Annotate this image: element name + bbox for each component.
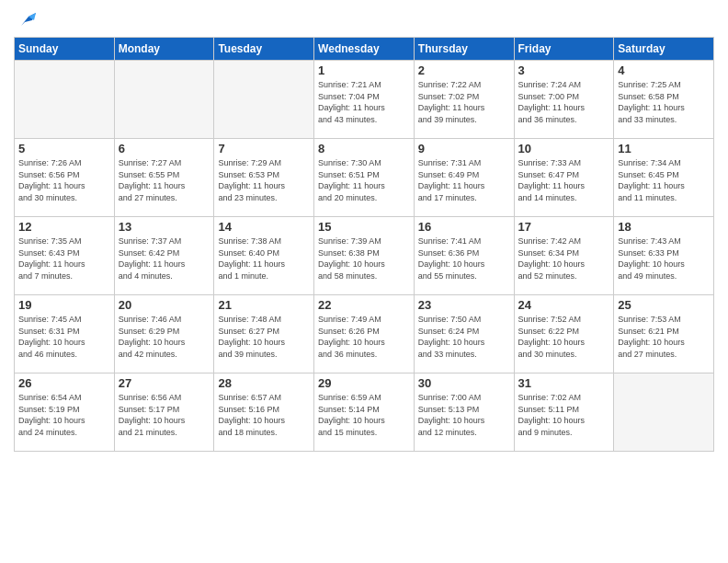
calendar-cell: 16Sunrise: 7:41 AM Sunset: 6:36 PM Dayli… bbox=[414, 217, 514, 295]
day-info: Sunrise: 7:41 AM Sunset: 6:36 PM Dayligh… bbox=[418, 236, 510, 282]
calendar-cell bbox=[214, 61, 314, 139]
day-info: Sunrise: 7:38 AM Sunset: 6:40 PM Dayligh… bbox=[218, 236, 310, 282]
calendar-cell bbox=[114, 61, 214, 139]
day-number: 15 bbox=[318, 220, 410, 234]
calendar-cell: 20Sunrise: 7:46 AM Sunset: 6:29 PM Dayli… bbox=[114, 295, 214, 373]
calendar-cell: 1Sunrise: 7:21 AM Sunset: 7:04 PM Daylig… bbox=[314, 61, 415, 139]
calendar-cell: 29Sunrise: 6:59 AM Sunset: 5:14 PM Dayli… bbox=[314, 373, 415, 452]
weekday-header-tuesday: Tuesday bbox=[214, 38, 314, 61]
day-number: 9 bbox=[418, 142, 510, 155]
weekday-header-row: SundayMondayTuesdayWednesdayThursdayFrid… bbox=[15, 38, 714, 61]
calendar-cell: 27Sunrise: 6:56 AM Sunset: 5:17 PM Dayli… bbox=[114, 373, 214, 452]
calendar-cell: 3Sunrise: 7:24 AM Sunset: 7:00 PM Daylig… bbox=[514, 61, 614, 139]
day-info: Sunrise: 6:57 AM Sunset: 5:16 PM Dayligh… bbox=[218, 392, 310, 438]
header bbox=[14, 9, 714, 29]
day-number: 2 bbox=[418, 63, 510, 77]
day-number: 17 bbox=[518, 220, 610, 234]
week-row-1: 5Sunrise: 7:26 AM Sunset: 6:56 PM Daylig… bbox=[15, 139, 714, 217]
calendar-cell: 4Sunrise: 7:25 AM Sunset: 6:58 PM Daylig… bbox=[614, 61, 714, 139]
day-number: 29 bbox=[318, 376, 410, 390]
day-number: 27 bbox=[119, 376, 210, 390]
calendar-cell: 11Sunrise: 7:34 AM Sunset: 6:45 PM Dayli… bbox=[614, 139, 714, 217]
day-info: Sunrise: 7:43 AM Sunset: 6:33 PM Dayligh… bbox=[618, 236, 710, 282]
day-info: Sunrise: 6:59 AM Sunset: 5:14 PM Dayligh… bbox=[318, 392, 410, 438]
day-number: 25 bbox=[618, 298, 710, 312]
day-info: Sunrise: 7:35 AM Sunset: 6:43 PM Dayligh… bbox=[18, 236, 110, 282]
day-number: 30 bbox=[418, 376, 510, 390]
calendar-cell: 2Sunrise: 7:22 AM Sunset: 7:02 PM Daylig… bbox=[414, 61, 514, 139]
day-number: 21 bbox=[218, 298, 310, 312]
day-info: Sunrise: 7:00 AM Sunset: 5:13 PM Dayligh… bbox=[418, 392, 510, 438]
calendar-cell: 22Sunrise: 7:49 AM Sunset: 6:26 PM Dayli… bbox=[314, 295, 415, 373]
day-info: Sunrise: 7:49 AM Sunset: 6:26 PM Dayligh… bbox=[318, 314, 410, 360]
day-info: Sunrise: 7:30 AM Sunset: 6:51 PM Dayligh… bbox=[318, 157, 410, 203]
day-info: Sunrise: 7:52 AM Sunset: 6:22 PM Dayligh… bbox=[518, 314, 610, 360]
weekday-header-wednesday: Wednesday bbox=[314, 38, 415, 61]
day-number: 18 bbox=[618, 220, 710, 234]
day-info: Sunrise: 7:37 AM Sunset: 6:42 PM Dayligh… bbox=[119, 236, 210, 282]
day-number: 16 bbox=[418, 220, 510, 234]
calendar-cell: 12Sunrise: 7:35 AM Sunset: 6:43 PM Dayli… bbox=[15, 217, 115, 295]
day-info: Sunrise: 7:02 AM Sunset: 5:11 PM Dayligh… bbox=[518, 392, 610, 438]
day-info: Sunrise: 7:33 AM Sunset: 6:47 PM Dayligh… bbox=[518, 157, 610, 203]
calendar-cell: 5Sunrise: 7:26 AM Sunset: 6:56 PM Daylig… bbox=[15, 139, 115, 217]
calendar-cell: 31Sunrise: 7:02 AM Sunset: 5:11 PM Dayli… bbox=[514, 373, 614, 452]
day-number: 4 bbox=[618, 63, 710, 77]
day-number: 12 bbox=[18, 220, 110, 234]
week-row-0: 1Sunrise: 7:21 AM Sunset: 7:04 PM Daylig… bbox=[15, 61, 714, 139]
day-info: Sunrise: 7:34 AM Sunset: 6:45 PM Dayligh… bbox=[618, 157, 710, 203]
day-info: Sunrise: 6:54 AM Sunset: 5:19 PM Dayligh… bbox=[18, 392, 110, 438]
calendar-cell: 25Sunrise: 7:53 AM Sunset: 6:21 PM Dayli… bbox=[614, 295, 714, 373]
calendar-cell bbox=[15, 61, 115, 139]
calendar-cell: 17Sunrise: 7:42 AM Sunset: 6:34 PM Dayli… bbox=[514, 217, 614, 295]
logo-text bbox=[14, 13, 36, 29]
day-number: 13 bbox=[119, 220, 210, 234]
day-info: Sunrise: 7:53 AM Sunset: 6:21 PM Dayligh… bbox=[618, 314, 710, 360]
week-row-4: 26Sunrise: 6:54 AM Sunset: 5:19 PM Dayli… bbox=[15, 373, 714, 452]
calendar-cell: 13Sunrise: 7:37 AM Sunset: 6:42 PM Dayli… bbox=[114, 217, 214, 295]
calendar-cell: 21Sunrise: 7:48 AM Sunset: 6:27 PM Dayli… bbox=[214, 295, 314, 373]
day-number: 22 bbox=[318, 298, 410, 312]
week-row-2: 12Sunrise: 7:35 AM Sunset: 6:43 PM Dayli… bbox=[15, 217, 714, 295]
day-number: 7 bbox=[218, 142, 310, 155]
day-number: 19 bbox=[18, 298, 110, 312]
calendar-cell: 10Sunrise: 7:33 AM Sunset: 6:47 PM Dayli… bbox=[514, 139, 614, 217]
calendar-cell: 28Sunrise: 6:57 AM Sunset: 5:16 PM Dayli… bbox=[214, 373, 314, 452]
day-number: 11 bbox=[618, 142, 710, 155]
calendar-cell: 18Sunrise: 7:43 AM Sunset: 6:33 PM Dayli… bbox=[614, 217, 714, 295]
day-info: Sunrise: 7:48 AM Sunset: 6:27 PM Dayligh… bbox=[218, 314, 310, 360]
day-info: Sunrise: 7:25 AM Sunset: 6:58 PM Dayligh… bbox=[618, 79, 710, 125]
day-info: Sunrise: 7:42 AM Sunset: 6:34 PM Dayligh… bbox=[518, 236, 610, 282]
day-info: Sunrise: 7:27 AM Sunset: 6:55 PM Dayligh… bbox=[119, 157, 210, 203]
calendar-cell: 7Sunrise: 7:29 AM Sunset: 6:53 PM Daylig… bbox=[214, 139, 314, 217]
day-number: 6 bbox=[119, 142, 210, 155]
day-number: 31 bbox=[518, 376, 610, 390]
weekday-header-friday: Friday bbox=[514, 38, 614, 61]
day-number: 14 bbox=[218, 220, 310, 234]
week-row-3: 19Sunrise: 7:45 AM Sunset: 6:31 PM Dayli… bbox=[15, 295, 714, 373]
day-number: 28 bbox=[218, 376, 310, 390]
weekday-header-thursday: Thursday bbox=[414, 38, 514, 61]
day-number: 10 bbox=[518, 142, 610, 155]
calendar-cell: 24Sunrise: 7:52 AM Sunset: 6:22 PM Dayli… bbox=[514, 295, 614, 373]
day-number: 8 bbox=[318, 142, 410, 155]
calendar-cell: 26Sunrise: 6:54 AM Sunset: 5:19 PM Dayli… bbox=[15, 373, 115, 452]
day-number: 1 bbox=[318, 63, 410, 77]
day-info: Sunrise: 7:46 AM Sunset: 6:29 PM Dayligh… bbox=[119, 314, 210, 360]
page-container: SundayMondayTuesdayWednesdayThursdayFrid… bbox=[0, 0, 728, 563]
calendar-cell: 23Sunrise: 7:50 AM Sunset: 6:24 PM Dayli… bbox=[414, 295, 514, 373]
calendar-cell bbox=[614, 373, 714, 452]
calendar-cell: 19Sunrise: 7:45 AM Sunset: 6:31 PM Dayli… bbox=[15, 295, 115, 373]
calendar-cell: 6Sunrise: 7:27 AM Sunset: 6:55 PM Daylig… bbox=[114, 139, 214, 217]
day-number: 26 bbox=[18, 376, 110, 390]
weekday-header-monday: Monday bbox=[114, 38, 214, 61]
logo-bird-icon bbox=[16, 9, 36, 29]
day-info: Sunrise: 7:31 AM Sunset: 6:49 PM Dayligh… bbox=[418, 157, 510, 203]
day-info: Sunrise: 7:22 AM Sunset: 7:02 PM Dayligh… bbox=[418, 79, 510, 125]
calendar-cell: 14Sunrise: 7:38 AM Sunset: 6:40 PM Dayli… bbox=[214, 217, 314, 295]
day-info: Sunrise: 7:21 AM Sunset: 7:04 PM Dayligh… bbox=[318, 79, 410, 125]
day-number: 3 bbox=[518, 63, 610, 77]
day-number: 5 bbox=[18, 142, 110, 155]
logo bbox=[14, 13, 36, 29]
day-info: Sunrise: 7:50 AM Sunset: 6:24 PM Dayligh… bbox=[418, 314, 510, 360]
